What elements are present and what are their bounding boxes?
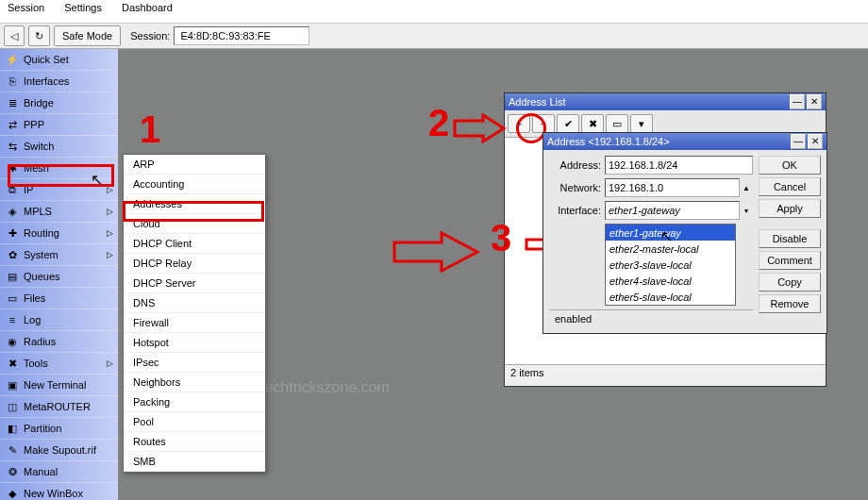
list-item[interactable]: ether5-slave-local (606, 289, 735, 305)
menu-item[interactable]: Session (8, 2, 44, 13)
address-dialog[interactable]: Address <192.168.1.8/24> — ✕ Address: 19… (542, 132, 827, 334)
menu-item[interactable]: Dashboard (122, 2, 173, 13)
sidebar-item-make-supout.rif[interactable]: ✎Make Supout.rif (0, 440, 118, 461)
sidebar-icon: ≡ (5, 312, 20, 327)
interface-label: Interface: (549, 205, 601, 216)
close-icon[interactable]: ✕ (807, 94, 822, 109)
sidebar-item-files[interactable]: ▭Files (0, 288, 118, 309)
submenu-item-firewall[interactable]: Firewall (124, 313, 265, 333)
address-input[interactable]: 192.168.1.8/24 (605, 156, 753, 175)
submenu-item-addresses[interactable]: Addresses (124, 194, 265, 214)
sidebar-item-label: New Terminal (24, 379, 113, 391)
submenu-item-arp[interactable]: ARP (124, 155, 265, 175)
sidebar-icon: ✿ (5, 247, 20, 262)
sidebar-icon: ◆ (5, 486, 20, 500)
tool-button[interactable]: ▾ (630, 114, 653, 133)
comment-button[interactable]: Comment (759, 251, 821, 270)
window-titlebar[interactable]: Address <192.168.1.8/24> — ✕ (543, 133, 826, 150)
up-icon[interactable]: ▲ (740, 184, 753, 192)
tool-button[interactable]: ✔ (557, 114, 579, 133)
sidebar-item-system[interactable]: ✿System▷ (0, 244, 118, 266)
sidebar-icon: ◉ (5, 334, 20, 349)
sidebar-icon: ▤ (5, 269, 20, 284)
sidebar-item-label: Quick Set (24, 54, 113, 65)
submenu-item-ipsec[interactable]: IPsec (124, 353, 265, 373)
tool-button[interactable]: ▭ (606, 114, 628, 133)
network-label: Network: (549, 182, 601, 193)
chevron-icon: ▷ (107, 185, 113, 194)
submenu-item-cloud[interactable]: Cloud (124, 214, 265, 234)
network-input[interactable]: 192.168.1.0 (605, 178, 740, 197)
session-label: Session: (130, 30, 170, 42)
interface-select[interactable]: ether1-gateway (605, 201, 740, 220)
submenu-item-dns[interactable]: DNS (124, 293, 265, 313)
sidebar-item-mpls[interactable]: ◈MPLS▷ (0, 201, 118, 223)
menu-item[interactable]: Settings (64, 2, 102, 13)
submenu-item-dhcp-relay[interactable]: DHCP Relay (124, 254, 265, 274)
sidebar-icon: ⚡ (5, 52, 20, 67)
close-icon[interactable]: ✕ (808, 134, 823, 149)
sidebar-item-label: Tools (24, 358, 107, 369)
window-titlebar[interactable]: Address List — ✕ (505, 93, 826, 110)
sidebar-item-tools[interactable]: ✖Tools▷ (0, 353, 118, 375)
sidebar-item-ppp[interactable]: ⇄PPP (0, 114, 118, 136)
sidebar-icon: ◈ (5, 204, 20, 219)
sidebar-item-quick-set[interactable]: ⚡Quick Set (0, 49, 118, 71)
apply-button[interactable]: Apply (759, 199, 821, 218)
sidebar-item-manual[interactable]: ❂Manual (0, 461, 118, 483)
ok-button[interactable]: OK (759, 156, 821, 175)
address-list-footer: 2 items (505, 364, 826, 386)
ip-submenu: ARPAccountingAddressesCloudDHCP ClientDH… (123, 154, 266, 473)
sidebar-item-bridge[interactable]: ≣Bridge (0, 92, 118, 114)
sidebar-item-metarouter[interactable]: ◫MetaROUTER (0, 396, 118, 418)
tool-button[interactable]: ✖ (581, 114, 604, 133)
back-button[interactable]: ◁ (4, 25, 25, 46)
window-title: Address List (509, 96, 788, 108)
sidebar-item-interfaces[interactable]: ⎘Interfaces (0, 71, 118, 92)
arrow-icon (453, 113, 509, 143)
chevron-icon: ▷ (107, 358, 113, 368)
address-label: Address: (549, 159, 601, 171)
annotation-number: 1 (140, 108, 160, 151)
sidebar-item-new-winbox[interactable]: ◆New WinBox (0, 483, 118, 500)
sidebar-icon: ✖ (5, 356, 20, 371)
sidebar-icon: ≣ (5, 95, 20, 110)
submenu-item-smb[interactable]: SMB (124, 452, 265, 472)
submenu-item-dhcp-client[interactable]: DHCP Client (124, 234, 265, 254)
submenu-item-hotspot[interactable]: Hotspot (124, 333, 265, 353)
sidebar-item-log[interactable]: ≡Log (0, 309, 118, 331)
safe-mode-button[interactable]: Safe Mode (54, 25, 121, 46)
sidebar-item-new-terminal[interactable]: ▣New Terminal (0, 375, 118, 396)
submenu-item-dhcp-server[interactable]: DHCP Server (124, 274, 265, 293)
remove-button[interactable]: Remove (759, 294, 821, 313)
sidebar-item-queues[interactable]: ▤Queues (0, 266, 118, 288)
submenu-item-pool[interactable]: Pool (124, 412, 265, 432)
list-item[interactable]: ether4-slave-local (606, 273, 735, 289)
submenu-item-routes[interactable]: Routes (124, 432, 265, 452)
cursor-icon: ↖ (91, 171, 103, 189)
sidebar-item-switch[interactable]: ⇆Switch (0, 136, 118, 158)
add-button[interactable]: + (508, 114, 530, 133)
menubar: Session Settings Dashboard (0, 0, 868, 24)
sidebar-item-partition[interactable]: ◧Partition (0, 418, 118, 440)
cancel-button[interactable]: Cancel (759, 177, 821, 196)
remove-button[interactable]: − (532, 114, 555, 133)
session-value: E4:8D:8C:93:83:FE (174, 26, 309, 45)
sidebar-item-label: Partition (24, 423, 113, 434)
cursor-icon: ↖ (660, 227, 673, 245)
copy-button[interactable]: Copy (759, 273, 821, 292)
chevron-icon: ▷ (107, 250, 113, 259)
list-item[interactable]: ether3-slave-local (606, 257, 735, 273)
submenu-item-accounting[interactable]: Accounting (124, 175, 265, 194)
dropdown-icon[interactable]: ▾ (740, 207, 753, 215)
sidebar-item-label: New WinBox (24, 488, 113, 499)
minimize-icon[interactable]: — (790, 94, 805, 109)
disable-button[interactable]: Disable (759, 229, 821, 248)
minimize-icon[interactable]: — (791, 134, 806, 149)
sidebar-item-label: Log (24, 314, 113, 325)
sidebar-item-radius[interactable]: ◉Radius (0, 331, 118, 353)
sidebar-item-routing[interactable]: ✚Routing▷ (0, 223, 118, 244)
submenu-item-packing[interactable]: Packing (124, 392, 265, 412)
redo-button[interactable]: ↻ (28, 25, 50, 46)
submenu-item-neighbors[interactable]: Neighbors (124, 373, 265, 392)
